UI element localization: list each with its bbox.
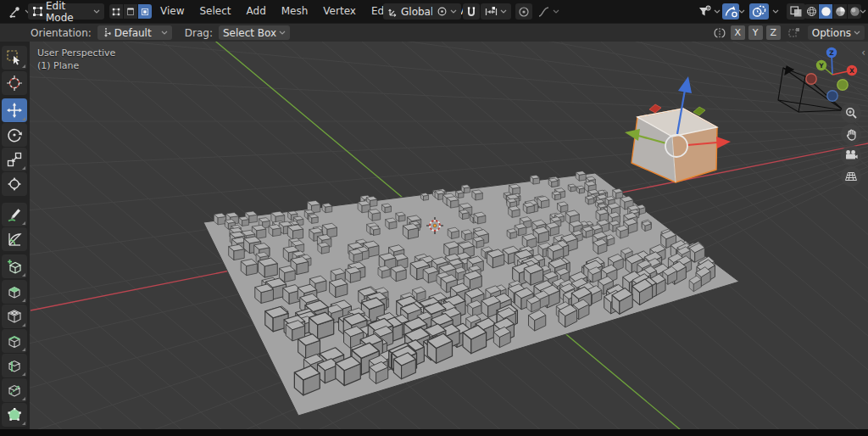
navigation-gizmo[interactable]: ZYX	[806, 48, 857, 101]
face-select-button[interactable]	[138, 4, 152, 19]
wireframe-shading-icon	[806, 6, 817, 17]
tool-extrude-region[interactable]	[2, 280, 27, 304]
scatter-cube	[474, 212, 486, 224]
scatter-cube	[523, 203, 534, 214]
menu-view[interactable]: View	[153, 0, 192, 23]
tool-subtools-indicator	[22, 372, 25, 376]
show-object-types-dropdown[interactable]	[693, 3, 725, 20]
scatter-cube	[370, 226, 380, 235]
tool-bevel[interactable]	[2, 329, 27, 353]
view-name-text: User Perspective	[37, 47, 115, 59]
tool-transform[interactable]	[2, 172, 27, 196]
active-object-text: (1) Plane	[37, 59, 115, 72]
proportional-editing-button[interactable]	[515, 3, 532, 20]
tool-subtools-indicator	[22, 397, 25, 400]
tool-subtools-indicator	[22, 299, 25, 302]
vertex-select-button[interactable]	[109, 4, 123, 19]
nav-neg-z-axis	[827, 91, 837, 101]
camera-view-button[interactable]	[841, 145, 861, 165]
perspective-toggle-button[interactable]	[841, 166, 861, 187]
scatter-cube	[576, 171, 586, 181]
options-dropdown[interactable]: Options	[808, 25, 865, 40]
mirror-x-toggle[interactable]: X	[731, 25, 745, 40]
scene-canvas[interactable]: ZYX	[0, 42, 868, 429]
mirror-icon[interactable]	[712, 27, 727, 39]
tool-measure[interactable]	[2, 227, 27, 251]
chevron-down-icon	[450, 9, 457, 14]
scatter-cube	[269, 225, 281, 237]
scatter-cube	[613, 188, 623, 198]
tool-scale[interactable]	[2, 148, 27, 171]
tool-subtools-indicator	[22, 221, 25, 225]
options-label: Options	[812, 27, 851, 39]
tool-inset-faces[interactable]	[2, 305, 27, 328]
face-select-icon	[140, 7, 150, 17]
mode-label: Edit Mode	[46, 0, 91, 24]
hand-icon	[845, 128, 858, 141]
snap-toggle-button[interactable]	[463, 3, 480, 20]
mirror-z-toggle[interactable]: Z	[766, 25, 781, 40]
orientation-default-icon	[102, 27, 112, 38]
snap-base-icon[interactable]	[787, 26, 801, 39]
tool-shelf	[0, 42, 30, 429]
pivot-point-dropdown[interactable]	[432, 3, 461, 20]
filter-visibility-icon	[698, 5, 711, 18]
wireframe-shading-button[interactable]	[804, 4, 818, 19]
menu-select[interactable]: Select	[192, 0, 238, 23]
scatter-cube	[557, 202, 567, 213]
snap-with-dropdown[interactable]	[481, 3, 511, 20]
chevron-down-icon	[854, 31, 860, 35]
rotate-icon	[6, 126, 23, 143]
tool-knife[interactable]	[2, 378, 27, 402]
mode-dropdown[interactable]: Edit Mode	[28, 3, 104, 20]
scatter-cube	[596, 209, 608, 221]
menu-mesh[interactable]: Mesh	[274, 0, 316, 23]
edit-mode-vertex-icon	[32, 6, 43, 17]
zoom-button[interactable]	[841, 103, 861, 123]
magnet-icon	[465, 6, 477, 18]
edge-select-button[interactable]	[124, 4, 137, 19]
gizmo-dropdown[interactable]	[737, 3, 747, 20]
scatter-cube	[448, 227, 459, 238]
knife-icon	[6, 382, 23, 399]
toggle-xray-button[interactable]	[787, 3, 805, 20]
tool-cursor[interactable]	[2, 71, 27, 95]
scatter-cube	[349, 249, 362, 262]
scatter-cube	[322, 204, 332, 213]
menu-add[interactable]: Add	[239, 0, 274, 23]
nav-y-axis-label: Y	[818, 62, 824, 70]
tool-poly-build[interactable]	[2, 403, 27, 427]
scatter-cube	[487, 249, 504, 268]
vertex-select-icon	[111, 7, 121, 17]
scatter-cube	[381, 204, 391, 213]
orientation-default-dropdown[interactable]: Default	[97, 25, 172, 40]
material-shading-button[interactable]	[833, 4, 847, 19]
tool-add-cube[interactable]	[2, 254, 27, 278]
menu-vertex[interactable]: Vertex	[315, 0, 364, 23]
tool-tweak-select[interactable]	[2, 46, 27, 70]
pan-button[interactable]	[841, 124, 861, 144]
show-overlays-button[interactable]	[749, 3, 769, 20]
viewport-header: Edit Mode	[0, 0, 868, 23]
sidebar-collapse-arrow[interactable]: ‹	[861, 47, 865, 59]
scatter-cube	[472, 190, 483, 200]
solid-shading-button[interactable]	[819, 4, 832, 19]
pivot-point-icon	[437, 6, 448, 17]
tool-annotate[interactable]	[2, 203, 27, 226]
drag-mode-dropdown[interactable]: Select Box	[219, 25, 290, 40]
scatter-cube	[576, 186, 584, 193]
tool-move[interactable]	[2, 98, 27, 122]
selected-cube-object[interactable]	[632, 109, 717, 182]
bevel-icon	[6, 333, 23, 349]
scatter-cube	[507, 229, 516, 239]
mirror-y-toggle[interactable]: Y	[748, 25, 763, 40]
3d-viewport[interactable]: ZYX User Perspective (1) Plane ‹	[0, 42, 868, 429]
shading-dropdown[interactable]	[858, 3, 868, 20]
falloff-dropdown[interactable]	[533, 3, 564, 20]
tool-rotate[interactable]	[2, 123, 27, 147]
scatter-cube	[582, 226, 593, 238]
annotate-pencil-icon	[6, 206, 23, 223]
tool-loop-cut[interactable]	[2, 354, 27, 377]
overlays-dropdown[interactable]	[771, 3, 781, 20]
scatter-cube	[459, 210, 469, 219]
